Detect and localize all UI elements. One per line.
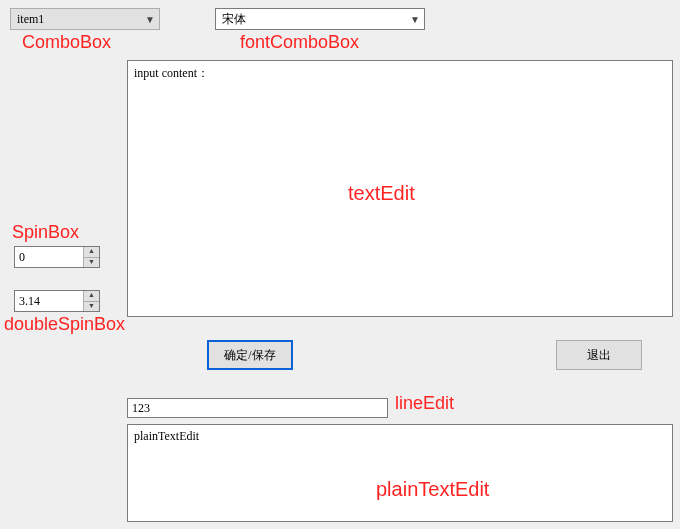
annotation-font-combo-box: fontComboBox [240,32,359,53]
annotation-spin-box: SpinBox [12,222,79,243]
annotation-combo-box: ComboBox [22,32,111,53]
ok-save-button-label: 确定/保存 [224,347,275,364]
text-edit-content: input content： [134,66,209,80]
combo-box-value: item1 [17,12,145,27]
combo-box[interactable]: item1 ▼ [10,8,160,30]
font-combo-box[interactable]: 宋体 ▼ [215,8,425,30]
spin-down-icon[interactable]: ▼ [84,257,99,268]
exit-button[interactable]: 退出 [556,340,642,370]
exit-button-label: 退出 [587,347,611,364]
annotation-double-spin-box: doubleSpinBox [4,314,125,335]
double-spin-box-value: 3.14 [15,291,83,311]
spin-up-icon[interactable]: ▲ [84,291,99,301]
plain-text-edit-content: plainTextEdit [134,429,199,443]
chevron-down-icon: ▼ [145,14,155,25]
spin-box[interactable]: 0 ▲ ▼ [14,246,100,268]
spin-box-value: 0 [15,247,83,267]
ok-save-button[interactable]: 确定/保存 [207,340,293,370]
plain-text-edit[interactable]: plainTextEdit [127,424,673,522]
spin-up-icon[interactable]: ▲ [84,247,99,257]
annotation-line-edit: lineEdit [395,393,454,414]
text-edit[interactable]: input content： [127,60,673,317]
line-edit-value: 123 [132,401,150,416]
chevron-down-icon: ▼ [410,14,420,25]
spin-down-icon[interactable]: ▼ [84,301,99,312]
line-edit[interactable]: 123 [127,398,388,418]
double-spin-box[interactable]: 3.14 ▲ ▼ [14,290,100,312]
font-combo-box-value: 宋体 [222,11,410,28]
